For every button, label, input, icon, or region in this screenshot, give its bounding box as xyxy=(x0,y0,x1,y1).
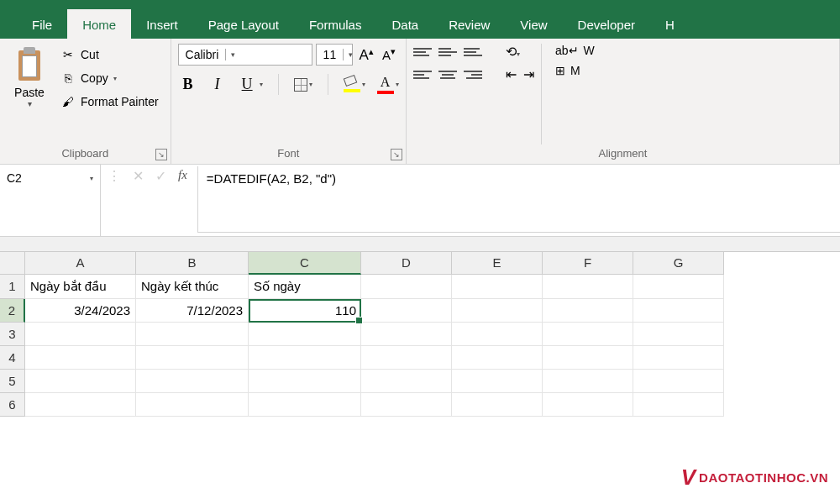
paste-button[interactable]: Paste ▾ xyxy=(7,44,52,112)
col-header-e[interactable]: E xyxy=(452,252,543,275)
font-dialog-launcher[interactable]: ↘ xyxy=(391,149,402,160)
cell-c2[interactable]: 110 xyxy=(249,299,361,323)
tab-insert[interactable]: Insert xyxy=(131,9,193,39)
decrease-indent-button[interactable]: ⇤ xyxy=(506,66,517,82)
tab-formulas[interactable]: Formulas xyxy=(294,9,377,39)
chevron-down-icon[interactable]: ▾ xyxy=(90,175,93,182)
format-painter-button[interactable]: 🖌 Format Painter xyxy=(59,92,160,111)
cell-e2[interactable] xyxy=(452,299,543,323)
tab-help[interactable]: H xyxy=(650,9,690,39)
cell-e3[interactable] xyxy=(452,323,543,346)
increase-indent-button[interactable]: ⇥ xyxy=(523,66,534,82)
cell-f2[interactable] xyxy=(543,299,633,323)
row-header-1[interactable]: 1 xyxy=(0,275,25,299)
row-header-4[interactable]: 4 xyxy=(0,346,25,370)
tab-view[interactable]: View xyxy=(505,9,562,39)
formula-bar[interactable]: =DATEDIF(A2, B2, "d") xyxy=(197,166,840,233)
col-header-c[interactable]: C xyxy=(249,252,361,275)
cell-g1[interactable] xyxy=(633,275,724,299)
cancel-formula-button[interactable]: ✕ xyxy=(133,168,144,184)
font-color-button[interactable]: A ▾ xyxy=(377,75,399,94)
cell-c1[interactable]: Số ngày xyxy=(249,275,361,299)
col-header-f[interactable]: F xyxy=(543,252,633,275)
cell-b1[interactable]: Ngày kết thúc xyxy=(136,275,249,299)
cell-g2[interactable] xyxy=(633,299,724,323)
align-top-button[interactable] xyxy=(413,45,432,60)
col-header-g[interactable]: G xyxy=(633,252,724,275)
cell-d3[interactable] xyxy=(361,323,452,346)
cell-a3[interactable] xyxy=(25,323,136,346)
cell-f3[interactable] xyxy=(543,323,633,346)
align-left-button[interactable] xyxy=(413,67,432,82)
orientation-button[interactable]: ⟲▾ xyxy=(506,44,520,60)
cell-b6[interactable] xyxy=(136,393,249,417)
font-name-combo[interactable]: Calibri ▾ xyxy=(178,44,312,66)
col-header-a[interactable]: A xyxy=(25,252,136,275)
cell-g4[interactable] xyxy=(633,346,724,370)
borders-button[interactable]: ▾ xyxy=(294,78,312,92)
cell-e1[interactable] xyxy=(452,275,543,299)
cell-c4[interactable] xyxy=(249,346,361,370)
select-all-corner[interactable] xyxy=(0,252,25,275)
align-right-button[interactable] xyxy=(464,67,482,82)
col-header-d[interactable]: D xyxy=(361,252,452,275)
tab-page-layout[interactable]: Page Layout xyxy=(193,9,294,39)
align-bottom-button[interactable] xyxy=(464,45,482,60)
cut-button[interactable]: ✂ Cut xyxy=(59,45,160,64)
italic-button[interactable]: I xyxy=(210,74,225,95)
clipboard-dialog-launcher[interactable]: ↘ xyxy=(155,149,167,160)
cell-e5[interactable] xyxy=(452,370,543,393)
grow-font-button[interactable]: A▴ xyxy=(356,45,377,66)
cell-g3[interactable] xyxy=(633,323,724,346)
merge-center-button[interactable]: ⊞ M xyxy=(555,64,595,77)
cell-d5[interactable] xyxy=(361,370,452,393)
cell-b2[interactable]: 7/12/2023 xyxy=(136,299,249,323)
copy-button[interactable]: ⎘ Copy ▾ xyxy=(59,69,160,87)
cell-g6[interactable] xyxy=(633,393,724,417)
cell-e6[interactable] xyxy=(452,393,543,417)
row-header-5[interactable]: 5 xyxy=(0,370,25,393)
cell-a6[interactable] xyxy=(25,393,136,417)
tab-file[interactable]: File xyxy=(17,9,67,39)
bold-button[interactable]: B xyxy=(178,74,198,95)
wrap-text-button[interactable]: ab↵ W xyxy=(555,44,595,57)
cell-f1[interactable] xyxy=(543,275,633,299)
name-box[interactable]: C2 ▾ xyxy=(0,165,101,236)
cell-b5[interactable] xyxy=(136,370,249,393)
tab-home[interactable]: Home xyxy=(67,9,131,39)
cell-f4[interactable] xyxy=(543,346,633,370)
cell-d2[interactable] xyxy=(361,299,452,323)
cell-f5[interactable] xyxy=(543,370,633,393)
cell-d1[interactable] xyxy=(361,275,452,299)
row-header-6[interactable]: 6 xyxy=(0,393,25,417)
cell-c5[interactable] xyxy=(249,370,361,393)
align-middle-button[interactable] xyxy=(438,45,457,60)
cell-g5[interactable] xyxy=(633,370,724,393)
cell-e4[interactable] xyxy=(452,346,543,370)
chevron-down-icon[interactable]: ▾ xyxy=(260,81,263,88)
font-size-combo[interactable]: 11 ▾ xyxy=(316,44,353,66)
tab-review[interactable]: Review xyxy=(433,9,505,39)
cell-d4[interactable] xyxy=(361,346,452,370)
fill-color-button[interactable]: ▾ xyxy=(344,76,365,92)
chevron-down-icon[interactable]: ▾ xyxy=(28,99,32,108)
cell-f6[interactable] xyxy=(543,393,633,417)
tab-data[interactable]: Data xyxy=(376,9,433,39)
shrink-font-button[interactable]: A▾ xyxy=(379,45,399,66)
row-header-3[interactable]: 3 xyxy=(0,323,25,346)
cell-b3[interactable] xyxy=(136,323,249,346)
cell-c3[interactable] xyxy=(249,323,361,346)
row-header-2[interactable]: 2 xyxy=(0,299,25,323)
cell-a1[interactable]: Ngày bắt đầu xyxy=(25,275,136,299)
cell-a2[interactable]: 3/24/2023 xyxy=(25,299,136,323)
cell-a5[interactable] xyxy=(25,370,136,393)
tab-developer[interactable]: Developer xyxy=(563,9,650,39)
cell-b4[interactable] xyxy=(136,346,249,370)
cell-d6[interactable] xyxy=(361,393,452,417)
fx-icon[interactable]: fx xyxy=(178,168,187,182)
align-center-button[interactable] xyxy=(438,67,457,82)
enter-formula-button[interactable]: ✓ xyxy=(155,168,166,184)
cell-a4[interactable] xyxy=(25,346,136,370)
underline-button[interactable]: U xyxy=(237,74,258,95)
col-header-b[interactable]: B xyxy=(136,252,249,275)
